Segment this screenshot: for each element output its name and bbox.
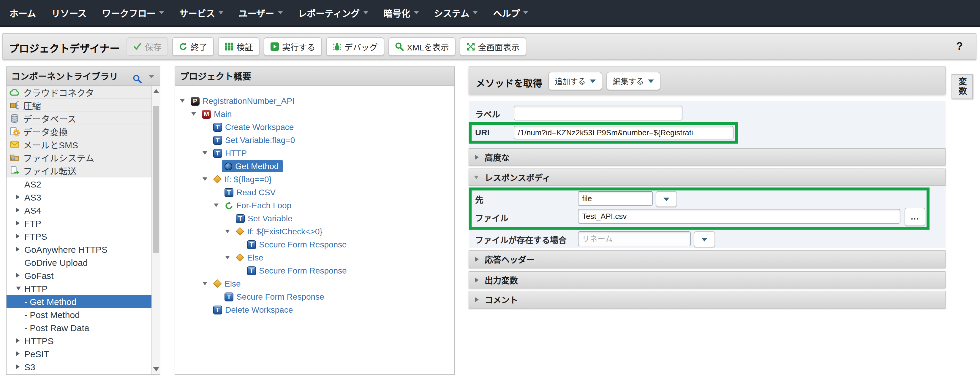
chevron-down-icon[interactable] <box>16 286 24 290</box>
nav-item-services[interactable]: サービス <box>179 6 223 19</box>
tree-node-11[interactable]: TSecure Form Response <box>175 238 454 251</box>
sidebar-item-gofast[interactable]: GoFast <box>6 269 151 282</box>
sidebar-item-s3[interactable]: S3 <box>6 360 151 373</box>
chevron-right-icon[interactable] <box>16 351 24 356</box>
sidebar-item-get-method[interactable]: - Get Method <box>6 295 151 308</box>
tree-node-8[interactable]: For-Each Loop <box>175 199 454 212</box>
sidebar-scrollbar[interactable] <box>151 86 160 374</box>
sidebar-category-2[interactable]: データベース <box>6 112 151 125</box>
sidebar-item-as3[interactable]: AS3 <box>6 190 151 204</box>
chevron-right-icon[interactable] <box>16 364 24 369</box>
tree-node-content[interactable]: If: ${ExistCheck<>0} <box>234 225 327 237</box>
fullscreen-button[interactable]: 全画面表示 <box>460 37 526 56</box>
sidebar-item-as2[interactable]: AS2 <box>6 177 151 190</box>
section-response-headers[interactable]: 応答ヘッダー <box>469 250 945 268</box>
tree-node-content[interactable]: THTTP <box>211 147 251 159</box>
chevron-right-icon[interactable] <box>16 234 24 239</box>
sidebar-item-goanywhere-https[interactable]: GoAnywhere HTTPS <box>6 243 151 256</box>
tree-node-12[interactable]: Else <box>175 251 454 264</box>
file-exists-dropdown-button[interactable] <box>694 231 715 247</box>
section-response-body[interactable]: レスポンスボディ <box>469 168 945 186</box>
tree-node-1[interactable]: MMain <box>175 108 454 120</box>
tree-node-4[interactable]: THTTP <box>175 147 454 160</box>
tree-node-content[interactable]: TCreate Workspace <box>211 121 298 133</box>
tree-node-content[interactable]: TDelete Workspace <box>211 304 297 316</box>
chevron-down-icon[interactable] <box>225 256 234 259</box>
nav-item-workflows[interactable]: ワークフロー <box>102 6 164 19</box>
save-button[interactable]: 保存 <box>127 37 168 56</box>
tree-node-0[interactable]: PRegistrationNumber_API <box>175 94 454 108</box>
chevron-down-icon[interactable] <box>225 229 234 233</box>
sidebar-item-pesit[interactable]: PeSIT <box>6 347 151 360</box>
chevron-right-icon[interactable] <box>16 221 24 225</box>
tree-node-content[interactable]: TSet Variable <box>234 212 296 224</box>
help-button[interactable]: ? <box>956 40 963 53</box>
tree-node-7[interactable]: TRead CSV <box>175 186 454 199</box>
section-comments[interactable]: コメント <box>469 291 945 309</box>
tree-node-15[interactable]: TSecure Form Response <box>175 290 454 303</box>
nav-item-encryption[interactable]: 暗号化 <box>383 6 418 19</box>
sidebar-item-http[interactable]: HTTP <box>6 282 151 295</box>
tree-node-13[interactable]: TSecure Form Response <box>175 264 454 277</box>
validate-button[interactable]: 検証 <box>218 37 259 56</box>
tree-node-content[interactable]: For-Each Loop <box>222 199 296 211</box>
variables-tab[interactable]: 変数 <box>951 74 973 99</box>
file-input[interactable] <box>578 209 900 224</box>
sidebar-item-ftp[interactable]: FTP <box>6 217 151 229</box>
file-exists-input[interactable] <box>578 231 691 246</box>
finish-button[interactable]: 終了 <box>172 37 214 56</box>
chevron-right-icon[interactable] <box>16 195 24 199</box>
sidebar-item-ftps[interactable]: FTPS <box>6 229 151 243</box>
show-xml-button[interactable]: XMLを表示 <box>388 37 455 56</box>
sidebar-item-post-raw-data[interactable]: - Post Raw Data <box>6 321 151 334</box>
tree-node-content[interactable]: TRead CSV <box>222 186 280 198</box>
chevron-down-icon[interactable] <box>202 282 211 285</box>
sidebar-item-https[interactable]: HTTPS <box>6 334 151 347</box>
debug-button[interactable]: デバッグ <box>326 37 384 56</box>
tree-node-10[interactable]: If: ${ExistCheck<>0} <box>175 225 454 238</box>
sidebar-category-0[interactable]: クラウドコネクタ <box>6 86 151 99</box>
scrollbar-thumb[interactable] <box>153 106 159 253</box>
sidebar-item-as4[interactable]: AS4 <box>6 204 151 217</box>
tree-node-content[interactable]: Else <box>234 252 267 263</box>
label-input[interactable] <box>514 106 682 120</box>
chevron-down-icon[interactable] <box>191 112 200 116</box>
tree-node-6[interactable]: If: ${flag==0} <box>175 173 454 186</box>
tree-node-content[interactable]: If: ${flag==0} <box>211 173 276 185</box>
sidebar-category-3[interactable]: データ変換 <box>6 125 151 138</box>
nav-item-help[interactable]: ヘルプ <box>493 6 528 19</box>
tree-node-9[interactable]: TSet Variable <box>175 212 454 225</box>
browse-button[interactable]: ... <box>905 208 925 226</box>
tree-node-2[interactable]: TCreate Workspace <box>175 120 454 133</box>
destination-dropdown-button[interactable] <box>656 191 677 207</box>
tree-node-16[interactable]: TDelete Workspace <box>175 303 454 316</box>
sidebar-item-post-method[interactable]: - Post Method <box>6 308 151 321</box>
nav-item-users[interactable]: ユーザー <box>239 6 282 19</box>
chevron-down-icon[interactable] <box>202 177 211 181</box>
chevron-down-icon[interactable] <box>148 75 154 78</box>
chevron-right-icon[interactable] <box>16 208 24 212</box>
destination-input[interactable] <box>578 191 653 206</box>
add-button[interactable]: 追加する <box>548 72 602 90</box>
sidebar-category-1[interactable]: 圧縮 <box>6 99 151 112</box>
execute-button[interactable]: 実行する <box>264 37 322 56</box>
tree-node-3[interactable]: TSet Variable:flag=0 <box>175 133 454 147</box>
tree-node-content[interactable]: Else <box>211 278 245 290</box>
tree-node-content[interactable]: TSecure Form Response <box>245 264 351 277</box>
section-output-variables[interactable]: 出力変数 <box>469 271 945 288</box>
tree-node-content[interactable]: MMain <box>200 108 236 120</box>
nav-item-resources[interactable]: リソース <box>51 6 87 19</box>
chevron-right-icon[interactable] <box>16 273 24 278</box>
section-advanced[interactable]: 高度な <box>469 148 945 166</box>
nav-item-system[interactable]: システム <box>434 6 477 19</box>
chevron-down-icon[interactable] <box>202 151 211 155</box>
nav-item-home[interactable]: ホーム <box>10 6 36 19</box>
tree-node-content[interactable]: TSet Variable:flag=0 <box>211 134 299 146</box>
scroll-down-icon[interactable] <box>153 367 159 372</box>
sidebar-category-5[interactable]: ファイルシステム <box>6 151 151 165</box>
tree-node-content[interactable]: Get Method <box>222 160 283 172</box>
sidebar-category-6[interactable]: ファイル転送 <box>6 165 151 177</box>
tree-node-5[interactable]: Get Method <box>175 160 454 173</box>
edit-button[interactable]: 編集する <box>606 72 660 90</box>
chevron-right-icon[interactable] <box>16 338 24 343</box>
